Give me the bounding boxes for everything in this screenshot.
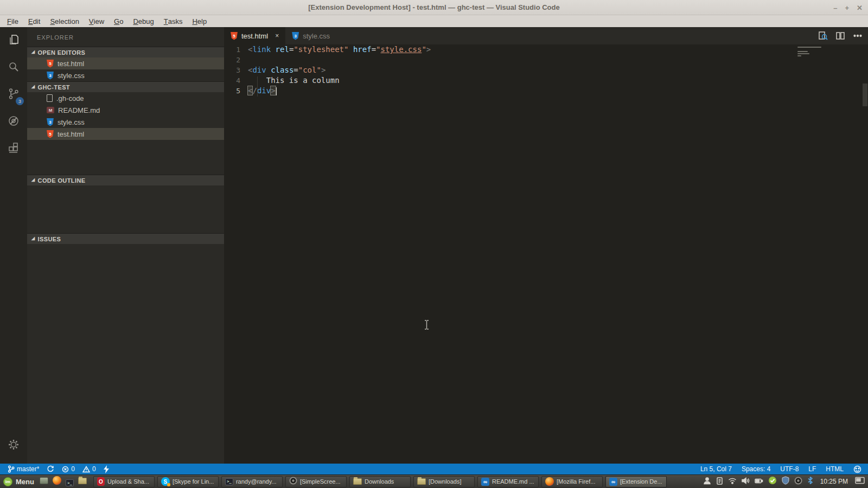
- window-titlebar[interactable]: [Extension Development Host] - test.html…: [0, 0, 868, 15]
- activity-gear[interactable]: [0, 432, 27, 459]
- minimap-line: [797, 51, 808, 52]
- close-icon[interactable]: ✕: [857, 4, 863, 11]
- status-feedback-smiley[interactable]: [853, 465, 861, 473]
- menu-item-help[interactable]: Help: [187, 15, 212, 27]
- code-line-4[interactable]: 4 This is a column: [224, 75, 868, 86]
- status-label: LF: [808, 465, 816, 473]
- code-line-3[interactable]: 3<div class="col">: [224, 65, 868, 75]
- status-cursor-position[interactable]: Ln 5, Col 7: [700, 465, 732, 473]
- minimap[interactable]: [797, 47, 822, 57]
- tab-close-icon[interactable]: ×: [275, 32, 279, 40]
- mouse-ibeam-cursor: [424, 320, 430, 332]
- menu-item-debug[interactable]: Debug: [128, 15, 158, 27]
- editor-scrollbar[interactable]: [863, 84, 867, 106]
- tray-user[interactable]: [703, 477, 711, 487]
- status-sync[interactable]: [47, 465, 54, 473]
- action-preview[interactable]: [818, 31, 828, 41]
- file-item-.gh-code[interactable]: .gh-code: [27, 92, 224, 104]
- status-indentation[interactable]: Spaces: 4: [742, 465, 770, 473]
- tab-style.css[interactable]: 3style.css: [285, 27, 336, 44]
- menu-item-view[interactable]: View: [84, 15, 109, 27]
- tray-bluetooth[interactable]: [807, 476, 813, 487]
- section-code-outline[interactable]: ◢ CODE OUTLINE: [27, 175, 224, 185]
- tab-test.html[interactable]: 5test.html×: [224, 27, 285, 44]
- terminal-icon: >_: [225, 478, 233, 485]
- tray-updates[interactable]: [768, 476, 777, 487]
- status-left: master*00: [0, 464, 109, 474]
- status-errors[interactable]: 0: [62, 465, 75, 473]
- status-eol[interactable]: LF: [808, 465, 816, 473]
- taskbar-window-randy-randy-[interactable]: >_randy@randy...: [221, 476, 283, 487]
- menu-item-edit[interactable]: Edit: [23, 15, 45, 27]
- tray-recorder-tray[interactable]: [794, 477, 802, 487]
- minimap-line: [797, 55, 801, 56]
- line-text: This is a column: [248, 75, 340, 86]
- taskbar-window--simplescree-[interactable]: [SimpleScree...: [285, 476, 347, 487]
- file-item-test.html[interactable]: 5test.html: [27, 57, 224, 69]
- status-warnings[interactable]: 0: [82, 465, 96, 473]
- status-right: Ln 5, Col 7Spaces: 4UTF-8LFHTML: [700, 464, 868, 474]
- file-item-style.css[interactable]: 3style.css: [27, 116, 224, 128]
- status-feedback-bolt[interactable]: [104, 465, 109, 473]
- launcher-firefox[interactable]: [53, 476, 61, 487]
- activity-debug[interactable]: [0, 108, 27, 136]
- code-line-2[interactable]: 2: [224, 55, 868, 65]
- menu-item-file[interactable]: File: [2, 15, 23, 27]
- html-file-icon: 5: [231, 32, 238, 40]
- file-name: style.css: [58, 118, 85, 126]
- mint-logo-icon: lm: [3, 477, 12, 486]
- menu-item-go[interactable]: Go: [109, 15, 128, 27]
- css-file-icon: 3: [47, 118, 54, 126]
- folder-file-list: .gh-codeMREADME.md3style.css5test.html: [27, 92, 224, 140]
- taskbar-window-upload-sha-[interactable]: OUpload & Sha...: [93, 476, 155, 487]
- launcher-terminal[interactable]: >_: [66, 477, 74, 487]
- status-git-branch[interactable]: master*: [8, 465, 39, 473]
- window-title: [Extension Development Host] - test.html…: [308, 3, 559, 11]
- debug-icon: [7, 114, 20, 130]
- tray-clipboard[interactable]: [716, 477, 723, 487]
- maximize-icon[interactable]: +: [845, 4, 850, 11]
- file-name: test.html: [58, 60, 84, 68]
- file-item-test.html[interactable]: 5test.html: [27, 128, 224, 140]
- taskbar-window--mozilla-firef-[interactable]: [Mozilla Firef...: [541, 476, 603, 487]
- taskbar-window--downloads-[interactable]: [Downloads]: [413, 476, 475, 487]
- menu-item-tasks[interactable]: Tasks: [159, 15, 188, 27]
- activity-source-control[interactable]: 3: [0, 81, 27, 108]
- menu-item-selection[interactable]: Selection: [45, 15, 84, 27]
- launcher-show-desktop[interactable]: [40, 477, 48, 486]
- tray-wifi[interactable]: [728, 477, 737, 486]
- code-line-5[interactable]: 5</div>: [224, 86, 868, 96]
- section-open-editors[interactable]: ◢ OPEN EDITORS: [27, 47, 224, 57]
- code-editor[interactable]: 1<link rel="stylesheet" href="style.css"…: [224, 44, 868, 464]
- launcher-folder[interactable]: [78, 477, 87, 486]
- code-line-1[interactable]: 1<link rel="stylesheet" href="style.css"…: [224, 44, 868, 55]
- file-item-style.css[interactable]: 3style.css: [27, 69, 224, 81]
- status-encoding[interactable]: UTF-8: [780, 465, 799, 473]
- section-issues[interactable]: ◢ ISSUES: [27, 233, 224, 244]
- split-editor-icon: [835, 31, 845, 41]
- tray-shield[interactable]: [782, 476, 789, 487]
- taskbar-window-label: [Extension De...: [620, 478, 662, 485]
- taskbar-window-readme-md-[interactable]: ∞README.md ...: [477, 476, 539, 487]
- taskbar-window--extension-de-[interactable]: ∞[Extension De...: [605, 476, 667, 487]
- activity-extensions[interactable]: [0, 136, 27, 163]
- file-item-README.md[interactable]: MREADME.md: [27, 104, 224, 116]
- taskbar-clock[interactable]: 10:25 PM: [818, 478, 850, 485]
- preview-icon: [818, 31, 828, 41]
- tray-volume[interactable]: [742, 477, 750, 486]
- status-language-mode[interactable]: HTML: [826, 465, 844, 473]
- activity-search[interactable]: [0, 54, 27, 81]
- action-more[interactable]: [853, 31, 863, 41]
- mint-menu-button[interactable]: lm Menu: [0, 475, 40, 488]
- bolt-icon: [104, 465, 109, 473]
- tray-battery[interactable]: [755, 477, 763, 486]
- workspace-switcher[interactable]: [855, 477, 865, 486]
- section-folder[interactable]: ◢ GHC-TEST: [27, 81, 224, 92]
- taskbar-window--skype-for-lin-[interactable]: S[Skype for Lin...: [157, 476, 219, 487]
- minimize-icon[interactable]: –: [833, 4, 837, 11]
- wifi-icon: [728, 477, 737, 486]
- taskbar-window-downloads[interactable]: Downloads: [349, 476, 411, 487]
- action-split-editor[interactable]: [835, 31, 845, 41]
- status-label: HTML: [826, 465, 844, 473]
- activity-files[interactable]: [0, 27, 27, 54]
